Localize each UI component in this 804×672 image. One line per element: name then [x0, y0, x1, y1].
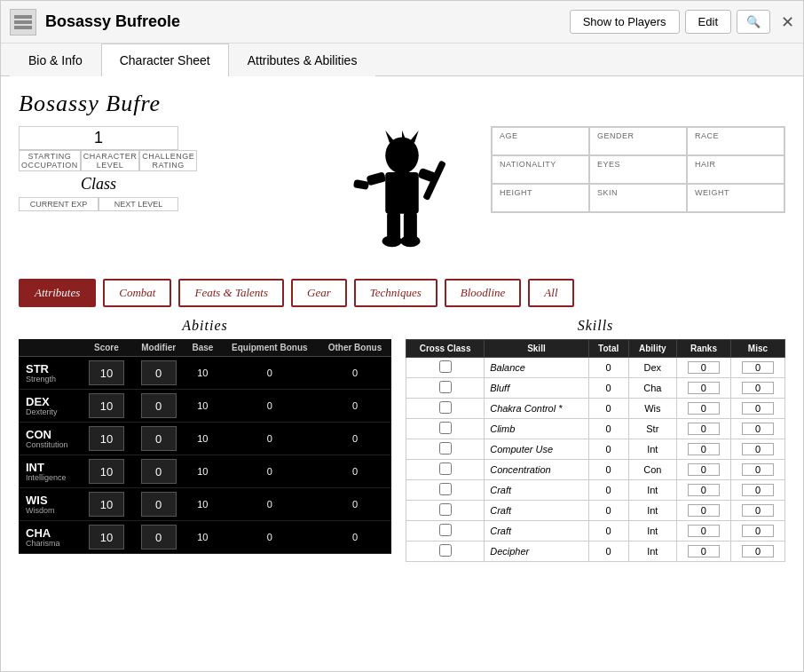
attr-modifier-cell [132, 357, 185, 390]
skill-crossclass-checkbox[interactable] [439, 381, 452, 393]
attr-modifier-input[interactable] [141, 393, 177, 418]
attr-name-cell: INT Intelligence [19, 455, 81, 488]
attr-modifier-input[interactable] [141, 525, 177, 549]
skill-crossclass-checkbox[interactable] [439, 401, 452, 414]
skill-misc-input[interactable] [742, 382, 774, 394]
skills-table: Cross Class Skill Total Ability Ranks Mi… [406, 339, 785, 562]
skill-crossclass-checkbox[interactable] [439, 360, 452, 373]
close-button[interactable]: ✕ [781, 12, 794, 32]
attr-eqbonus-cell: 0 [221, 423, 319, 455]
search-button[interactable]: 🔍 [737, 10, 770, 34]
attr-modifier-input[interactable] [141, 360, 177, 385]
section-attributes-button[interactable]: Attributes [19, 279, 96, 307]
section-combat-button[interactable]: Combat [103, 279, 171, 307]
attr-modifier-cell [132, 521, 185, 554]
skill-ability-cell: Str [628, 419, 676, 439]
starting-occupation-label: Starting Occupation [19, 150, 81, 171]
attr-full-name: Strength [26, 376, 75, 383]
abilities-row: DEX Dexterity 10 0 0 [19, 390, 391, 423]
attr-otherbonus-cell: 0 [319, 455, 391, 488]
attr-modifier-input[interactable] [141, 459, 177, 484]
skill-ability-cell: Con [628, 460, 676, 480]
skill-crossclass-checkbox[interactable] [439, 483, 452, 495]
edit-button[interactable]: Edit [685, 10, 731, 34]
attr-base-cell: 10 [185, 357, 221, 390]
skill-crossclass-cell [406, 521, 485, 542]
tab-attributes-abilities[interactable]: Attributes & Abilities [229, 43, 376, 76]
skill-ranks-cell [676, 419, 730, 439]
abilities-row: WIS Wisdom 10 0 0 [19, 488, 391, 521]
attr-score-cell [81, 390, 133, 423]
skill-crossclass-checkbox[interactable] [439, 524, 452, 536]
skill-ranks-input[interactable] [688, 463, 720, 476]
section-gear-button[interactable]: Gear [291, 279, 347, 307]
skill-ranks-input[interactable] [688, 361, 720, 374]
attr-col-name [19, 339, 81, 357]
skill-crossclass-cell [406, 480, 485, 501]
show-to-players-button[interactable]: Show to Players [570, 10, 680, 34]
attr-base-cell: 10 [185, 423, 221, 455]
skill-misc-input[interactable] [742, 423, 774, 435]
skill-crossclass-checkbox[interactable] [439, 442, 452, 455]
bio-age: Age [492, 127, 589, 155]
skill-misc-input[interactable] [742, 443, 774, 455]
skill-ranks-input[interactable] [688, 484, 720, 496]
attr-score-input[interactable] [89, 459, 124, 484]
skill-crossclass-checkbox[interactable] [439, 462, 452, 475]
skill-misc-input[interactable] [742, 545, 774, 557]
abilities-table: Score Modifier Base Equipment Bonus Othe… [19, 339, 391, 554]
attr-score-input[interactable] [89, 525, 124, 549]
skill-crossclass-checkbox[interactable] [439, 422, 452, 434]
skill-misc-input[interactable] [742, 361, 774, 374]
skill-crossclass-cell [406, 501, 485, 521]
tab-character-sheet[interactable]: Character Sheet [101, 43, 229, 76]
attr-score-cell [81, 423, 133, 455]
skill-crossclass-checkbox[interactable] [439, 503, 452, 516]
attr-score-input[interactable] [89, 426, 124, 451]
skill-total-cell: 0 [588, 358, 628, 378]
skill-crossclass-checkbox[interactable] [439, 544, 452, 557]
skill-ability-cell: Cha [628, 378, 676, 399]
attr-full-name: Charisma [26, 540, 75, 548]
skill-misc-input[interactable] [742, 484, 774, 496]
skill-ranks-input[interactable] [688, 423, 720, 435]
tab-bio-info[interactable]: Bio & Info [10, 43, 101, 76]
skill-ability-cell: Int [628, 542, 676, 562]
skill-row: Craft 0 Int [406, 521, 785, 542]
skill-misc-input[interactable] [742, 463, 774, 476]
skill-crossclass-cell [406, 378, 485, 399]
skills-panel: Skills Cross Class Skill Total Ability R… [406, 318, 785, 562]
skill-misc-input[interactable] [742, 504, 774, 517]
bio-grid: Age Gender Race Nationality Eyes [491, 126, 785, 213]
attr-score-input[interactable] [89, 360, 124, 385]
attr-score-cell [81, 357, 133, 390]
skill-ranks-input[interactable] [688, 443, 720, 455]
attr-col-modifier: Modifier [132, 339, 185, 357]
attr-modifier-input[interactable] [141, 492, 177, 517]
attr-score-input[interactable] [89, 492, 124, 517]
skill-ranks-input[interactable] [688, 504, 720, 517]
skill-ranks-input[interactable] [688, 525, 720, 537]
skill-ranks-input[interactable] [688, 382, 720, 394]
skill-misc-input[interactable] [742, 402, 774, 415]
attr-score-input[interactable] [89, 393, 124, 418]
abilities-row: CON Constitution 10 0 0 [19, 423, 391, 455]
character-image-area [331, 126, 473, 268]
attr-abbr: STR [26, 362, 75, 376]
attr-otherbonus-cell: 0 [319, 488, 391, 521]
skill-ranks-input[interactable] [688, 545, 720, 557]
section-bloodline-button[interactable]: Bloodline [445, 279, 522, 307]
section-feats-button[interactable]: Feats & Talents [178, 279, 284, 307]
skill-ranks-cell [676, 480, 730, 501]
section-techniques-button[interactable]: Techniques [354, 279, 437, 307]
skill-misc-input[interactable] [742, 525, 774, 537]
abilities-panel: Abities Score Modifier Base Equipment Bo… [19, 318, 391, 562]
skill-col-ability: Ability [628, 340, 676, 358]
section-all-button[interactable]: All [528, 279, 573, 307]
svg-marker-4 [385, 130, 393, 143]
skill-misc-cell [730, 358, 784, 378]
bio-weight: Weight [687, 184, 784, 212]
attr-modifier-input[interactable] [141, 426, 177, 451]
skill-ranks-input[interactable] [688, 402, 720, 415]
attr-abbr: DEX [26, 395, 75, 409]
